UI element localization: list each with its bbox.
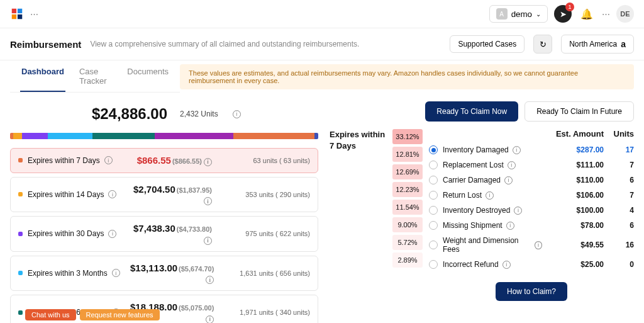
radio-button[interactable]: [429, 206, 438, 215]
info-icon[interactable]: i: [204, 158, 212, 166]
item-units: 16: [609, 241, 634, 249]
refresh-button[interactable]: ↻: [533, 35, 552, 54]
radio-button[interactable]: [429, 260, 438, 269]
radio-button[interactable]: [429, 191, 438, 200]
info-icon[interactable]: i: [486, 191, 494, 200]
dot-icon: [18, 271, 23, 275]
account-label: demo: [511, 9, 532, 19]
breakdown-headers: Est. Amount Units: [429, 129, 634, 139]
item-units: 6: [609, 221, 634, 230]
distribution-chart: [10, 133, 318, 139]
radio-button[interactable]: [429, 161, 438, 169]
left-panel: $24,886.00 2,432 Units i Expires within …: [10, 101, 318, 323]
percentage-cell: 2.89%: [392, 252, 423, 268]
item-units: 7: [609, 161, 634, 169]
item-amount: $78.00: [547, 221, 604, 230]
info-icon[interactable]: i: [504, 176, 513, 184]
request-features-button[interactable]: Request new features: [80, 309, 160, 320]
ready-to-claim-future-button[interactable]: Ready To Claim In Future: [525, 101, 634, 122]
item-amount: $25.00: [547, 260, 604, 269]
item-amount: $49.55: [547, 241, 604, 249]
more-icon[interactable]: ⋯: [30, 9, 38, 19]
info-icon[interactable]: i: [535, 241, 542, 249]
page-header: Reimbursement View a comprehensive summa…: [0, 28, 644, 60]
radio-button[interactable]: [429, 176, 438, 184]
breakdown-item-row[interactable]: Incorrect Refundi $25.00 0: [429, 257, 634, 272]
period-label: Expires within 3 Monthsi: [28, 269, 125, 278]
overflow-menu[interactable]: ⋯: [602, 9, 610, 19]
supported-cases-button[interactable]: Supported Cases: [450, 35, 525, 53]
period-label: Expires within 14 Daysi: [28, 190, 125, 199]
help-button[interactable]: ➤ 1: [554, 5, 572, 23]
tab-documents[interactable]: Documents: [126, 60, 170, 92]
period-sub-amount: ($5,075.00): [179, 304, 214, 312]
summary-units: 2,432 Units: [180, 110, 218, 118]
info-icon[interactable]: i: [233, 110, 241, 118]
breakdown-item-row[interactable]: Carrier Damagedi $110.00 6: [429, 173, 634, 188]
info-icon[interactable]: i: [112, 269, 120, 277]
svg-rect-1: [18, 9, 22, 13]
ready-to-claim-now-button[interactable]: Ready To Claim Now: [425, 101, 518, 122]
notification-badge: 1: [565, 3, 574, 11]
breakdown-item-row[interactable]: Return Losti $106.00 7: [429, 188, 634, 203]
tab-dashboard[interactable]: Dashboard: [20, 60, 65, 92]
chat-with-us-button[interactable]: Chat with us: [25, 309, 76, 320]
item-name: Replacement Losti: [443, 161, 542, 169]
period-units: 1,971 units ( 340 units): [219, 309, 310, 316]
radio-button[interactable]: [429, 241, 438, 249]
svg-rect-3: [18, 14, 22, 19]
period-sub-amount: ($4,733.80): [177, 225, 212, 233]
info-icon[interactable]: i: [108, 190, 116, 198]
breakdown-item-row[interactable]: Replacement Losti $111.00 7: [429, 157, 634, 173]
summary-total: $24,886.00: [10, 105, 167, 123]
period-amount: $7,438.30($4,733.80)i: [130, 223, 212, 245]
item-units: 7: [609, 191, 634, 200]
account-selector[interactable]: A demo ⌄: [489, 5, 548, 23]
item-name: Incorrect Refundi: [443, 260, 542, 269]
breakdown-item-row[interactable]: Inventory Damagedi $287.00 17: [429, 142, 634, 157]
est-amount-header: Est. Amount: [547, 129, 604, 139]
info-icon[interactable]: i: [108, 230, 116, 238]
info-icon[interactable]: i: [206, 315, 214, 324]
info-icon[interactable]: i: [502, 261, 511, 269]
period-row[interactable]: Expires within 14 Daysi $2,704.50($1,837…: [10, 177, 318, 213]
radio-button[interactable]: [429, 145, 438, 154]
info-icon[interactable]: i: [206, 276, 214, 284]
breakdown-item-row[interactable]: Inventory Destroyedi $100.00 4: [429, 203, 634, 218]
user-avatar[interactable]: DE: [616, 5, 634, 23]
breakdown-item-row[interactable]: Weight and Dimension Feesi $49.55 16: [429, 233, 634, 257]
breakdown-item-row[interactable]: Missing Shipmenti $78.00 6: [429, 218, 634, 233]
period-row[interactable]: Expires within 7 Daysi $866.55($866.55)i…: [10, 148, 318, 173]
refresh-icon: ↻: [540, 40, 547, 49]
radio-button[interactable]: [429, 221, 438, 230]
dot-icon: [18, 158, 23, 162]
period-units: 1,631 units ( 656 units): [219, 269, 310, 277]
item-amount: $110.00: [547, 176, 604, 184]
account-badge-icon: A: [496, 8, 508, 20]
chat-pills: Chat with us Request new features: [25, 309, 160, 320]
notifications-button[interactable]: 🔔: [578, 5, 596, 23]
period-row[interactable]: Expires within 3 Monthsi $13,113.00($5,6…: [10, 256, 318, 292]
tab-case-tracker[interactable]: Case Tracker: [78, 60, 113, 92]
info-icon[interactable]: i: [204, 197, 212, 205]
chart-segment: [314, 133, 318, 139]
chart-segment: [92, 133, 155, 139]
how-to-claim-button[interactable]: How to Claim?: [496, 282, 567, 301]
item-name: Inventory Damagedi: [443, 145, 542, 154]
info-icon[interactable]: i: [104, 156, 113, 164]
item-amount: $287.00: [547, 145, 604, 154]
region-selector[interactable]: North America a: [561, 35, 634, 54]
info-icon[interactable]: i: [204, 237, 212, 245]
percentage-cell: 12.23%: [392, 182, 423, 197]
chart-segment: [22, 133, 47, 139]
period-row[interactable]: Expires within 30 Daysi $7,438.30($4,733…: [10, 216, 318, 252]
info-icon[interactable]: i: [514, 207, 522, 215]
percentage-cell: 11.54%: [392, 200, 423, 215]
info-icon[interactable]: i: [506, 222, 514, 230]
period-amount: $2,704.50($1,837.95)i: [130, 184, 212, 206]
percentage-cell: 12.69%: [392, 164, 423, 179]
period-label: Expires within 7 Daysi: [28, 156, 125, 165]
period-amount: $13,113.00($5,674.70)i: [130, 263, 214, 285]
info-icon[interactable]: i: [513, 146, 521, 154]
info-icon[interactable]: i: [508, 161, 516, 169]
